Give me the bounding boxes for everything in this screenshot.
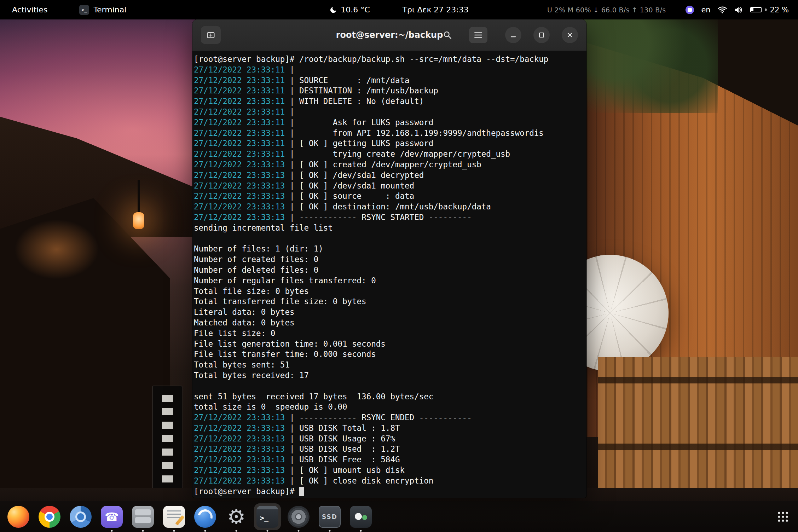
terminal-line: Total bytes sent: 51 <box>194 360 586 370</box>
text-editor-icon <box>163 506 185 528</box>
dock-item-disks[interactable] <box>285 503 312 530</box>
dock-item-chrome[interactable] <box>36 503 63 530</box>
terminal-line: Number of files: 1 (dir: 1) <box>194 244 586 254</box>
terminal-line: [root@server backup]# <box>194 486 586 497</box>
terminal-line: sending incremental file list <box>194 223 586 233</box>
terminal-line: 27/12/2022 23:33:13 | USB DISK Total : 1… <box>194 423 586 434</box>
dock-item-viber[interactable] <box>98 503 125 530</box>
terminal-cursor <box>299 487 304 496</box>
clock-widget[interactable]: 10.6 °C Τρι Δεκ 27 23:33 <box>329 0 468 19</box>
terminal-app-icon: >_ <box>79 5 89 15</box>
battery-indicator[interactable]: 22 % <box>750 6 789 14</box>
terminal-line <box>194 381 586 392</box>
terminal-line: 27/12/2022 23:33:11 | WITH DELETE : No (… <box>194 96 586 107</box>
terminal-line: 27/12/2022 23:33:11 | DESTINATION : /mnt… <box>194 86 586 96</box>
wallpaper-street-lantern <box>133 212 144 229</box>
terminal-line: Matched data: 0 bytes <box>194 318 586 328</box>
chrome-icon <box>39 506 60 528</box>
terminal-line: File list size: 0 <box>194 328 586 339</box>
terminal-line: 27/12/2022 23:33:11 | from API 192.168.1… <box>194 128 586 139</box>
terminal-line <box>194 233 586 244</box>
terminal-line: Number of deleted files: 0 <box>194 265 586 276</box>
app-menu-label: Terminal <box>93 5 126 14</box>
dock-item-terminal[interactable] <box>254 503 281 530</box>
terminal-icon <box>256 506 278 528</box>
terminal-line: 27/12/2022 23:33:13 | USB DISK Usage : 6… <box>194 434 586 444</box>
terminal-line: 27/12/2022 23:33:11 | SOURCE : /mnt/data <box>194 75 586 86</box>
dock-item-settings[interactable] <box>223 503 250 530</box>
terminal-line: 27/12/2022 23:33:13 | [ OK ] /dev/sda1 d… <box>194 170 586 181</box>
battery-percent: 22 % <box>770 6 789 14</box>
system-stats: U 2% M 60% ↓ 66.0 B/s ↑ 130 B/s <box>547 6 666 14</box>
terminal-line: Total bytes received: 17 <box>194 370 586 381</box>
dock <box>0 501 798 532</box>
terminal-line: 27/12/2022 23:33:13 | ------------ RSYNC… <box>194 212 586 223</box>
terminal-line: 27/12/2022 23:33:11 | Ask for LUKS passw… <box>194 117 586 128</box>
terminal-line: File list transfer time: 0.000 seconds <box>194 349 586 360</box>
battery-icon <box>750 7 762 12</box>
activities-button[interactable]: Activities <box>12 0 47 19</box>
menu-button[interactable] <box>469 27 487 43</box>
terminal-line: Total transferred file size: 0 bytes <box>194 296 586 307</box>
terminal-line: Number of regular files transferred: 0 <box>194 276 586 286</box>
dock-item-chromium[interactable] <box>67 503 94 530</box>
top-bar: Activities >_ Terminal 10.6 °C Τρι Δεκ 2… <box>0 0 798 19</box>
terminal-line: 27/12/2022 23:33:13 | [ OK ] close disk … <box>194 476 586 486</box>
terminal-line: 27/12/2022 23:33:13 | [ OK ] source : da… <box>194 191 586 202</box>
window-title: root@server:~/backup <box>336 30 443 40</box>
clock-label: Τρι Δεκ 27 23:33 <box>403 5 469 14</box>
wifi-icon[interactable] <box>718 6 727 14</box>
dock-item-firefox[interactable] <box>5 503 32 530</box>
battery-tip <box>765 8 767 11</box>
terminal-line: Total file size: 0 bytes <box>194 286 586 297</box>
maximize-button[interactable] <box>533 27 550 43</box>
chromium-icon <box>70 506 92 528</box>
close-button[interactable] <box>562 27 578 43</box>
web-browser-icon <box>194 506 216 528</box>
apps-grid-icon <box>777 511 789 522</box>
show-apps-button[interactable] <box>777 511 789 522</box>
dock-item-web[interactable] <box>192 503 219 530</box>
window-headerbar[interactable]: root@server:~/backup <box>192 19 586 51</box>
viber-tray-icon[interactable] <box>686 6 694 14</box>
system-tray: U 2% M 60% ↓ 66.0 B/s ↑ 130 B/s en <box>547 0 798 19</box>
keyboard-layout[interactable]: en <box>701 6 710 14</box>
terminal-line: 27/12/2022 23:33:13 | USB DISK Free : 58… <box>194 455 586 465</box>
terminal-line: 27/12/2022 23:33:13 | [ OK ] created /de… <box>194 160 586 170</box>
ssd-utility-icon <box>319 506 341 528</box>
terminal-line: Number of created files: 0 <box>194 254 586 265</box>
desktop: Activities >_ Terminal 10.6 °C Τρι Δεκ 2… <box>0 0 798 532</box>
disks-icon <box>288 506 310 528</box>
weather-moon-icon <box>329 6 337 14</box>
app-menu[interactable]: >_ Terminal <box>79 5 126 15</box>
terminal-line: 27/12/2022 23:33:11 | <box>194 65 586 75</box>
files-icon <box>132 506 154 528</box>
terminal-line: [root@server backup]# /root/backup/backu… <box>194 54 586 65</box>
dock-item-software[interactable] <box>347 503 374 530</box>
terminal-line: 27/12/2022 23:33:13 | [ OK ] umount usb … <box>194 465 586 476</box>
minimize-button[interactable] <box>505 27 521 43</box>
terminal-line: 27/12/2022 23:33:13 | ------------ RSYNC… <box>194 412 586 423</box>
wallpaper-window-glow <box>14 219 99 279</box>
terminal-line: total size is 0 speedup is 0.00 <box>194 402 586 412</box>
software-icon <box>350 506 372 528</box>
firefox-icon <box>7 506 29 528</box>
new-tab-button[interactable] <box>201 26 221 44</box>
dock-item-ssd[interactable] <box>316 503 343 530</box>
terminal-output[interactable]: [root@server backup]# /root/backup/backu… <box>192 51 586 498</box>
terminal-line: 27/12/2022 23:33:11 | [ OK ] getting LUK… <box>194 138 586 149</box>
terminal-line: Literal data: 0 bytes <box>194 307 586 318</box>
wallpaper-shop-banner <box>152 386 183 502</box>
wallpaper-foliage <box>569 14 718 113</box>
terminal-line: File list generation time: 0.001 seconds <box>194 339 586 349</box>
terminal-window: root@server:~/backup <box>192 19 586 498</box>
terminal-line: 27/12/2022 23:33:11 | trying create /dev… <box>194 149 586 160</box>
volume-icon[interactable] <box>734 6 743 14</box>
terminal-line: 27/12/2022 23:33:13 | [ OK ] /dev/sda1 m… <box>194 181 586 191</box>
terminal-line: 27/12/2022 23:33:13 | [ OK ] destination… <box>194 202 586 212</box>
terminal-line: 27/12/2022 23:33:11 | <box>194 107 586 117</box>
dock-items <box>0 503 374 530</box>
dock-item-files[interactable] <box>129 503 156 530</box>
dock-item-editor[interactable] <box>161 503 187 530</box>
terminal-line: 27/12/2022 23:33:13 | USB DISK Used : 1.… <box>194 444 586 455</box>
